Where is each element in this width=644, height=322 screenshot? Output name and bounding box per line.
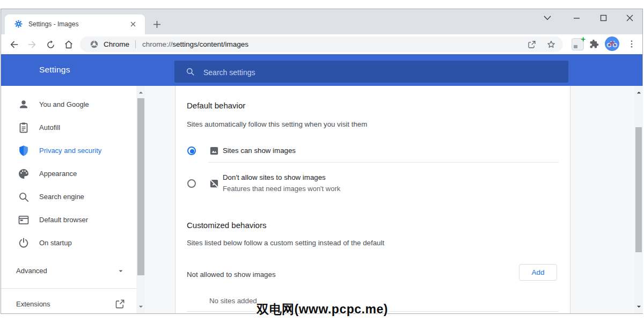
sidebar-item-privacy-and-security[interactable]: Privacy and security	[1, 139, 136, 162]
url-text: chrome://settings/content/images	[142, 36, 248, 52]
sidebar-item-autofill[interactable]: Autofill	[1, 116, 136, 139]
sidebar-item-advanced[interactable]: Advanced	[1, 259, 136, 282]
main-scrollbar[interactable]	[634, 86, 643, 313]
row-divider	[208, 162, 559, 163]
scrollbar-thumb[interactable]	[635, 127, 642, 252]
window-maximize-icon[interactable]	[597, 12, 609, 23]
sidebar-item-default-browser[interactable]: Default browser	[1, 208, 136, 231]
profile-avatar[interactable]	[605, 36, 619, 51]
radio-sites-can-show-images[interactable]	[187, 147, 196, 155]
sidebar-item-extensions[interactable]: Extensions	[1, 292, 136, 316]
scroll-up-icon[interactable]	[636, 90, 642, 96]
settings-header: Settings	[1, 54, 642, 86]
add-site-button[interactable]: Add	[519, 264, 557, 281]
gear-favicon-icon	[14, 19, 23, 28]
sidebar-divider	[1, 288, 136, 289]
person-icon	[17, 98, 30, 111]
scrollbar-thumb[interactable]	[137, 98, 144, 275]
option-label: Sites can show images	[223, 147, 296, 155]
url-path: settings/content/images	[172, 40, 248, 48]
page-title: Settings	[39, 54, 70, 86]
watermark-text: 双电网(www.pcpc.me)	[257, 301, 388, 318]
scroll-up-icon[interactable]	[138, 90, 144, 96]
power-icon	[17, 237, 30, 250]
sidebar-item-appearance[interactable]: Appearance	[1, 162, 136, 185]
settings-search-box[interactable]	[174, 61, 568, 83]
image-off-icon	[209, 179, 219, 188]
palette-icon	[17, 167, 30, 180]
sidebar-scrollbar[interactable]	[136, 86, 145, 313]
section-title-default-behavior: Default behavior	[187, 101, 245, 110]
window-minimize-icon[interactable]	[570, 12, 582, 23]
magnifier-icon	[17, 191, 30, 203]
sidebar-item-search-engine[interactable]: Search engine	[1, 185, 136, 208]
chevron-down-icon	[117, 267, 125, 275]
content-area: You and Google Autofill Privacy and secu…	[1, 86, 642, 313]
empty-list-text: No sites added	[209, 297, 257, 305]
browser-window: Settings - Images	[1, 9, 642, 313]
home-icon[interactable]	[62, 38, 76, 52]
settings-search-input[interactable]	[202, 61, 559, 84]
settings-sidebar: You and Google Autofill Privacy and secu…	[1, 86, 136, 313]
back-icon[interactable]	[7, 38, 21, 52]
search-icon	[185, 67, 195, 77]
tab-strip: Settings - Images	[1, 9, 642, 34]
clipboard-icon	[17, 121, 30, 134]
radio-dont-allow-images[interactable]	[187, 179, 196, 188]
shield-icon	[17, 144, 30, 157]
tab-title: Settings - Images	[28, 14, 78, 34]
browser-toolbar: Chrome chrome://settings/content/images …	[1, 34, 642, 54]
site-label: Chrome	[104, 36, 129, 52]
chrome-logo-icon	[90, 40, 99, 49]
sidebar-item-you-and-google[interactable]: You and Google	[1, 93, 136, 116]
browser-window-icon	[17, 214, 30, 226]
tab-close-icon[interactable]	[128, 19, 138, 29]
section-description: Sites listed below follow a custom setti…	[187, 239, 384, 247]
image-icon	[209, 146, 219, 156]
tab-search-chevron-icon[interactable]	[541, 12, 553, 23]
window-close-icon[interactable]	[624, 12, 635, 23]
section-title-customized-behaviors: Customized behaviors	[187, 221, 266, 230]
forward-icon[interactable]	[25, 38, 39, 52]
reload-icon[interactable]	[43, 38, 57, 52]
block-list-label: Not allowed to show images	[187, 270, 276, 279]
extension-new-icon[interactable]: +	[572, 38, 584, 50]
sidebar-item-on-startup[interactable]: On startup	[1, 231, 136, 254]
scroll-down-icon[interactable]	[636, 304, 642, 310]
option-label: Don't allow sites to show images	[223, 173, 326, 181]
url-scheme: chrome://	[142, 40, 172, 48]
bookmark-star-icon[interactable]	[545, 38, 558, 51]
new-tab-button[interactable]	[152, 19, 162, 29]
section-description: Sites automatically follow this setting …	[187, 120, 367, 128]
option-sublabel: Features that need images won't work	[223, 185, 340, 193]
browser-tab[interactable]: Settings - Images	[5, 14, 145, 34]
settings-card: Default behavior Sites automatically fol…	[175, 86, 570, 313]
omnibox-separator	[135, 40, 136, 48]
menu-kebab-icon[interactable]	[625, 37, 639, 51]
extensions-puzzle-icon[interactable]	[587, 37, 601, 51]
address-bar[interactable]: Chrome chrome://settings/content/images	[80, 36, 563, 52]
scroll-down-icon[interactable]	[138, 304, 144, 310]
open-in-new-icon	[114, 298, 126, 310]
share-icon[interactable]	[525, 38, 538, 51]
